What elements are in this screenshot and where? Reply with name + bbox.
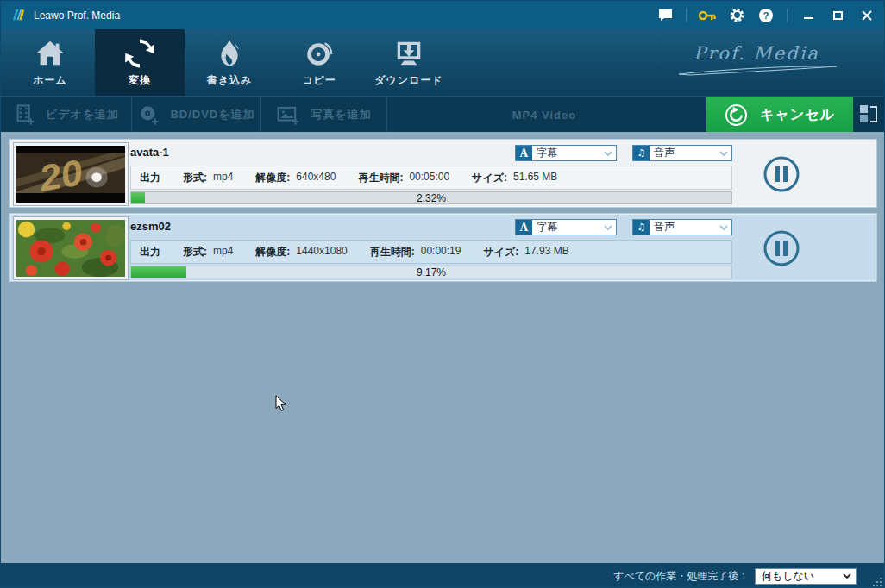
task-name: avata-1 [130,146,169,159]
titlebar-separator [787,9,788,22]
progress-percent-label: 9.17% [131,266,731,278]
duration-label: 再生時間: [358,171,403,185]
home-icon [34,37,66,70]
tab-home-label: ホーム [33,73,67,88]
brand-text: Prof. Media [670,43,843,64]
pause-button[interactable] [763,229,800,267]
register-key-icon[interactable] [699,7,716,24]
size-label: サイズ: [472,171,507,185]
cancel-restore-icon [725,103,748,127]
progress-percent-label: 2.32% [131,192,731,203]
brand-underline [675,64,838,76]
size-value: 17.93 MB [524,245,568,260]
maximize-button[interactable] [829,7,846,24]
copy-disc-icon [303,37,336,70]
video-thumbnail [14,217,128,279]
brand-logo: Prof. Media [670,43,843,79]
after-all-tasks-label: すべての作業・処理完了後 : [613,569,744,584]
add-bd-dvd-label: BD/DVDを追加 [170,107,254,122]
task-name: ezsm02 [130,220,171,233]
task-row-avata-1[interactable]: 20 avata-1 A 字幕 ♫ 音声 [9,139,877,208]
pause-icon [763,155,800,193]
chevron-down-icon [716,220,731,235]
audio-dropdown[interactable]: ♫ 音声 [632,219,732,235]
panel-toggle-icon[interactable] [860,105,881,124]
subtitle-dropdown[interactable]: A 字幕 [515,145,617,161]
tab-download-label: ダウンロード [374,73,442,88]
task-row-ezsm02[interactable]: ezsm02 A 字幕 ♫ 音声 出力 形式:mp4 解像度:1440x1080 [9,213,877,282]
add-bd-dvd-icon [137,103,160,126]
audio-dropdown-value: 音声 [650,146,716,160]
feedback-icon[interactable] [656,7,674,24]
output-label: 出力 [140,171,160,185]
tab-burn-label: 書き込み [207,73,253,88]
toolbar: ビデオを追加 BD/DVDを追加 写真を追加 [1,96,884,132]
duration-value: 00:05:00 [409,171,449,185]
progress-bar: 9.17% [130,266,732,278]
tab-copy[interactable]: コピー [274,29,364,96]
output-profile-label: MP4 Video [480,97,609,133]
tab-home[interactable]: ホーム [5,29,95,96]
tab-download[interactable]: ダウンロード [364,29,454,96]
chevron-down-icon [600,220,616,235]
pause-icon [763,229,800,267]
tab-burn[interactable]: 書き込み [185,29,274,96]
format-label: 形式: [183,171,207,185]
convert-sync-icon [123,37,156,70]
subtitle-icon: A [516,146,532,160]
main-nav: ホーム 変換 書き込み コピー [1,29,884,96]
format-value: mp4 [213,171,233,185]
audio-dropdown-value: 音声 [650,220,716,235]
subtitle-dropdown-value: 字幕 [532,146,600,160]
output-label: 出力 [140,245,160,260]
add-photo-button[interactable]: 写真を追加 [261,97,387,133]
window-title: Leawo Prof. Media [34,9,120,22]
minimize-button[interactable] [800,7,817,24]
pause-button[interactable] [763,155,800,193]
chevron-down-icon [600,146,616,160]
add-video-button[interactable]: ビデオを追加 [1,97,132,133]
help-icon[interactable]: ? [757,7,775,24]
chevron-down-icon [716,146,731,160]
cancel-button-label: キャンセル [760,106,835,124]
video-thumbnail: 20 [14,143,128,205]
download-icon [392,37,425,70]
burn-flame-icon [213,37,246,70]
svg-text:20: 20 [35,152,85,198]
statusbar: すべての作業・処理完了後 : 何もしない [1,563,884,588]
progress-bar: 2.32% [130,191,732,204]
tab-copy-label: コピー [302,73,336,88]
cancel-button[interactable]: キャンセル [706,97,853,133]
titlebar-separator [686,9,687,22]
size-label: サイズ: [483,245,518,260]
add-photo-label: 写真を追加 [311,107,371,122]
after-task-action-select[interactable]: 何もしない [755,568,857,585]
resolution-value: 640x480 [296,171,336,185]
audio-icon: ♫ [633,220,650,235]
tab-convert-label: 変換 [129,73,151,88]
subtitle-dropdown[interactable]: A 字幕 [515,219,617,235]
add-bd-dvd-button[interactable]: BD/DVDを追加 [132,97,261,133]
format-label: 形式: [183,245,207,260]
task-list: 20 avata-1 A 字幕 ♫ 音声 [1,132,884,563]
close-button[interactable] [858,7,876,24]
task-info-strip: 出力 形式:mp4 解像度:1440x1080 再生時間:00:00:19 サイ… [130,240,732,264]
task-info-strip: 出力 形式:mp4 解像度:640x480 再生時間:00:05:00 サイズ:… [130,166,732,190]
resolution-value: 1440x1080 [296,245,347,260]
format-value: mp4 [213,245,233,260]
resolution-label: 解像度: [255,171,290,185]
settings-gear-icon[interactable] [728,7,745,24]
duration-label: 再生時間: [370,245,415,260]
titlebar: Leawo Prof. Media ? [1,1,884,29]
size-value: 51.65 MB [513,171,557,185]
add-video-icon [13,103,35,126]
resize-grip[interactable] [873,578,882,586]
add-video-label: ビデオを追加 [46,107,119,122]
subtitle-icon: A [516,220,532,235]
chevron-down-icon [838,573,856,579]
app-window: Leawo Prof. Media ? [0,0,885,588]
audio-dropdown[interactable]: ♫ 音声 [632,145,732,161]
tab-convert[interactable]: 変換 [95,29,185,96]
audio-icon: ♫ [633,146,650,160]
after-task-action-value: 何もしない [756,569,838,584]
